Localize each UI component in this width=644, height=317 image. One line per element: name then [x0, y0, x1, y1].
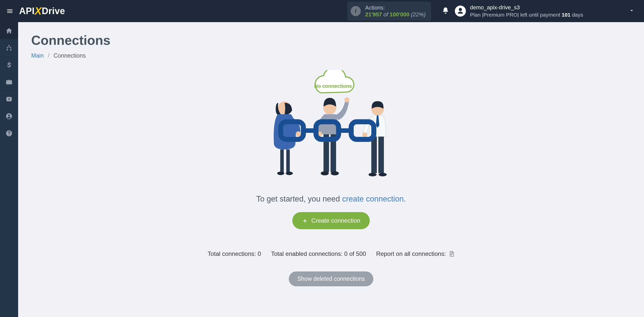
actions-label: Actions: [365, 4, 426, 11]
sidebar-item-account[interactable] [0, 108, 18, 125]
expand-user-button[interactable] [628, 7, 635, 15]
help-icon [6, 130, 13, 137]
sidebar-item-connections[interactable] [0, 39, 18, 56]
svg-rect-16 [378, 137, 384, 173]
svg-point-12 [344, 97, 349, 102]
svg-text:No connections: No connections [314, 83, 352, 89]
svg-rect-3 [286, 149, 290, 172]
document-icon [449, 250, 455, 257]
actions-of: of [383, 11, 388, 18]
username: demo_apix-drive_s3 [470, 4, 583, 11]
briefcase-icon [6, 78, 13, 86]
connections-stats: Total connections: 0 Total enabled conne… [31, 250, 631, 257]
empty-state: No connections [31, 70, 631, 286]
create-connection-link[interactable]: create connection [342, 194, 404, 203]
hamburger-icon [6, 8, 13, 15]
svg-point-18 [379, 173, 387, 176]
svg-point-5 [286, 172, 293, 175]
chevron-down-icon [628, 7, 635, 14]
stat-enabled: Total enabled connections: 0 of 500 [271, 250, 366, 257]
svg-point-4 [277, 172, 284, 175]
breadcrumb-separator: / [48, 52, 49, 59]
svg-rect-2 [280, 149, 284, 172]
hamburger-menu-button[interactable] [5, 6, 15, 16]
svg-rect-15 [371, 137, 377, 173]
sidebar-item-home[interactable] [0, 22, 18, 39]
youtube-icon [6, 96, 13, 103]
breadcrumb: Main / Connections [31, 52, 631, 59]
stat-report[interactable]: Report on all connections: [376, 250, 455, 257]
sitemap-icon [6, 44, 13, 51]
notifications-button[interactable] [442, 7, 449, 15]
user-icon [457, 7, 464, 15]
sidebar-item-help[interactable] [0, 125, 18, 142]
app-header: APIXDrive i Actions: 21'957 of 100'000 (… [0, 0, 644, 22]
actions-used: 21'957 [365, 11, 382, 18]
logo-text-api: API [19, 6, 35, 16]
user-plan: Plan |Premium PRO| left until payment 10… [470, 11, 583, 18]
plus-icon: ＋ [302, 217, 308, 225]
svg-point-10 [321, 171, 329, 175]
sidebar-nav [0, 22, 18, 317]
breadcrumb-current: Connections [54, 52, 86, 59]
user-circle-icon [6, 113, 13, 120]
page-title: Connections [31, 33, 631, 48]
dollar-icon [6, 61, 13, 68]
actions-percent: (22%) [411, 11, 426, 18]
main-content: Connections Main / Connections No connec… [18, 22, 644, 317]
info-icon: i [351, 6, 361, 16]
actions-limit: 100'000 [390, 11, 410, 18]
breadcrumb-link-main[interactable]: Main [31, 52, 44, 59]
svg-point-19 [362, 132, 367, 137]
svg-point-11 [331, 171, 339, 175]
user-menu[interactable]: demo_apix-drive_s3 Plan |Premium PRO| le… [455, 4, 583, 18]
sidebar-item-briefcase[interactable] [0, 73, 18, 91]
home-icon [6, 27, 13, 34]
svg-point-6 [296, 131, 301, 136]
app-logo[interactable]: APIXDrive [19, 5, 65, 17]
actions-usage-box[interactable]: i Actions: 21'957 of 100'000 (22%) [347, 2, 431, 21]
stat-total: Total connections: 0 [208, 250, 261, 257]
people-chain-illustration: No connections [261, 70, 401, 183]
show-deleted-button[interactable]: Show deleted connections [289, 271, 374, 286]
empty-illustration: No connections [31, 70, 631, 183]
avatar [455, 6, 466, 17]
sidebar-item-youtube[interactable] [0, 91, 18, 108]
bell-icon [442, 7, 449, 14]
create-connection-button[interactable]: ＋ Create connection [292, 212, 370, 229]
empty-help-text: To get started, you need create connecti… [31, 194, 631, 204]
logo-text-x: X [35, 5, 42, 17]
svg-point-17 [369, 173, 377, 176]
sidebar-item-billing[interactable] [0, 56, 18, 73]
create-button-label: Create connection [311, 217, 360, 224]
logo-text-drive: Drive [42, 6, 65, 16]
